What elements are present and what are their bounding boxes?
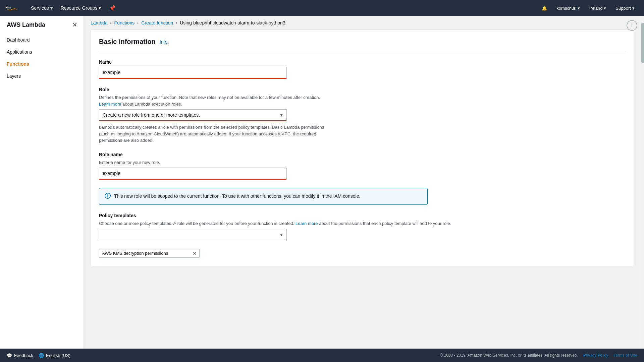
support-menu[interactable]: Support ▾: [611, 0, 639, 16]
info-box-text: This new role will be scoped to the curr…: [114, 193, 360, 200]
sidebar-item-label: Applications: [7, 49, 32, 55]
scrollbar-thumb[interactable]: [641, 23, 644, 63]
bottom-item-label: AWS KMS decryption permissions: [102, 251, 168, 256]
feedback-button[interactable]: 💬 Feedback: [7, 353, 33, 358]
breadcrumb-sep-3: ›: [176, 20, 177, 25]
section-title: Basic information: [99, 38, 156, 46]
bottom-bar-right: © 2008 - 2019, Amazon Web Services, Inc.…: [440, 353, 637, 358]
bottom-item: AWS KMS decryption permissions ✕: [99, 249, 200, 258]
language-selector[interactable]: 🌐 English (US): [39, 353, 70, 358]
name-input[interactable]: [99, 67, 287, 79]
resource-groups-label: Resource Groups: [61, 5, 98, 11]
info-link[interactable]: Info: [160, 39, 167, 45]
top-right-info-button[interactable]: i: [624, 20, 637, 31]
sidebar-item-functions[interactable]: Functions: [0, 58, 84, 70]
sidebar: AWS Lambda ✕ Dashboard Applications Func…: [0, 16, 84, 349]
role-name-label: Role name: [99, 152, 626, 157]
copyright-text: © 2008 - 2019, Amazon Web Services, Inc.…: [440, 353, 578, 358]
form-card: Basic information Info Name Role Defines…: [91, 29, 634, 266]
sidebar-item-layers[interactable]: Layers: [0, 70, 84, 82]
navbar: aws Services ▾ Resource Groups ▾ 📌 🔔 kor…: [0, 0, 644, 16]
role-name-sublabel: Enter a name for your new role.: [99, 159, 626, 166]
policy-templates-label: Policy templates: [99, 213, 626, 218]
role-auto-description: Lambda automatically creates a role with…: [99, 124, 334, 144]
learn-more-link[interactable]: Learn more: [99, 102, 121, 107]
region-label: Ireland: [589, 6, 603, 11]
language-label: English (US): [46, 353, 70, 358]
nav-right: 🔔 korniichuk ▾ Ireland ▾ Support ▾: [538, 0, 639, 16]
services-nav[interactable]: Services ▾: [27, 0, 57, 16]
support-chevron: ▾: [632, 6, 635, 11]
sidebar-item-label: Layers: [7, 73, 21, 79]
scrollbar-track[interactable]: [641, 16, 644, 349]
sidebar-title: AWS Lambda ✕: [0, 21, 84, 34]
policy-templates-select-wrapper: AWS KMS decryption permissions ▼: [99, 229, 287, 241]
user-label: korniichuk: [556, 6, 576, 11]
role-select[interactable]: Create a new role from one or more templ…: [99, 109, 287, 121]
services-chevron: ▾: [50, 5, 53, 11]
role-select-wrapper: Create a new role from one or more templ…: [99, 109, 287, 121]
sidebar-item-label: Dashboard: [7, 37, 30, 43]
name-form-group: Name: [99, 59, 626, 79]
policy-templates-form-group: Policy templates Choose one or more poli…: [99, 213, 626, 241]
content-area: Lambda › Functions › Create function › U…: [84, 16, 641, 349]
globe-icon: 🌐: [39, 353, 44, 358]
role-description: Defines the permissions of your function…: [99, 94, 626, 107]
role-name-form-group: Role name Enter a name for your new role…: [99, 152, 626, 180]
bottom-bar: 💬 Feedback 🌐 English (US) © 2008 - 2019,…: [0, 349, 644, 362]
breadcrumb-functions[interactable]: Functions: [114, 20, 135, 25]
sidebar-item-applications[interactable]: Applications: [0, 46, 84, 58]
resource-groups-nav[interactable]: Resource Groups ▾: [57, 0, 105, 16]
role-name-input[interactable]: [99, 168, 287, 180]
support-label: Support: [615, 6, 631, 11]
sidebar-item-label: Functions: [7, 61, 29, 67]
resource-groups-chevron: ▾: [99, 5, 101, 11]
breadcrumb: Lambda › Functions › Create function › U…: [84, 16, 641, 29]
services-label: Services: [31, 5, 49, 11]
pin-icon-button[interactable]: 📌: [105, 0, 120, 16]
user-menu[interactable]: korniichuk ▾: [552, 0, 584, 16]
bottom-item-close[interactable]: ✕: [193, 251, 197, 256]
terms-of-use-link[interactable]: Terms of Use: [613, 353, 637, 358]
breadcrumb-sep-1: ›: [110, 20, 112, 25]
section-header: Basic information Info: [99, 38, 626, 51]
sidebar-brand-label: AWS Lambda: [7, 21, 45, 28]
policy-templates-select[interactable]: AWS KMS decryption permissions: [99, 229, 287, 241]
breadcrumb-current: Using blueprint cloudwatch-alarm-to-slac…: [180, 20, 285, 25]
feedback-label: Feedback: [14, 353, 33, 358]
learn-more-policy-link[interactable]: Learn more: [296, 221, 318, 226]
breadcrumb-lambda[interactable]: Lambda: [91, 20, 108, 25]
name-label: Name: [99, 59, 626, 65]
svg-text:aws: aws: [5, 6, 11, 9]
aws-logo[interactable]: aws: [5, 1, 19, 15]
sidebar-item-dashboard[interactable]: Dashboard: [0, 34, 84, 46]
sidebar-close-button[interactable]: ✕: [72, 22, 77, 28]
chat-icon: 💬: [7, 353, 12, 358]
role-label: Role: [99, 87, 626, 92]
bell-icon-button[interactable]: 🔔: [538, 0, 551, 16]
user-chevron: ▾: [578, 6, 580, 11]
region-chevron: ▾: [604, 6, 606, 11]
bottom-bar-left: 💬 Feedback 🌐 English (US): [7, 353, 70, 358]
info-circle-icon: i: [105, 193, 111, 199]
bell-icon: 🔔: [542, 6, 547, 11]
info-box: i This new role will be scoped to the cu…: [99, 188, 428, 205]
main-layout: AWS Lambda ✕ Dashboard Applications Func…: [0, 16, 644, 349]
breadcrumb-sep-2: ›: [137, 20, 139, 25]
privacy-policy-link[interactable]: Privacy Policy: [583, 353, 608, 358]
policy-templates-description: Choose one or more policy templates. A r…: [99, 220, 626, 227]
role-form-group: Role Defines the permissions of your fun…: [99, 87, 626, 144]
region-menu[interactable]: Ireland ▾: [585, 0, 610, 16]
breadcrumb-create-function[interactable]: Create function: [141, 20, 173, 25]
